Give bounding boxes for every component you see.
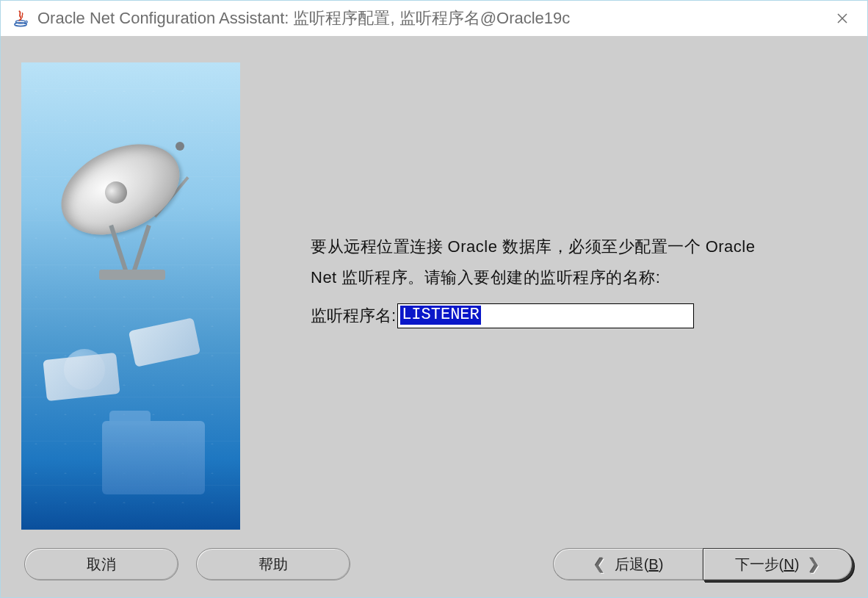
help-button-label: 帮助 [258,555,288,574]
chevron-right-icon: ❯ [808,555,820,573]
cancel-button-label: 取消 [87,555,116,574]
content-area: 要从远程位置连接 Oracle 数据库，必须至少配置一个 Oracle Net … [1,36,867,597]
window-title: Oracle Net Configuration Assistant: 监听程序… [37,7,817,29]
listener-name-row: 监听程序名: LISTENER [311,303,767,328]
button-bar: 取消 帮助 ❮ 后退(B) 下一步(N) ❯ [21,540,856,588]
listener-name-input[interactable] [397,303,694,328]
form-area: 要从远程位置连接 Oracle 数据库，必须至少配置一个 Oracle Net … [311,62,856,531]
close-icon[interactable] [825,4,860,33]
main-row: 要从远程位置连接 Oracle 数据库，必须至少配置一个 Oracle Net … [21,62,856,531]
wizard-side-image [21,62,240,530]
back-button-label: 后退(B) [615,555,664,574]
dialog-window: Oracle Net Configuration Assistant: 监听程序… [0,0,868,598]
next-button-label: 下一步(N) [735,555,800,574]
listener-name-label: 监听程序名: [311,305,396,327]
next-button[interactable]: 下一步(N) ❯ [703,548,853,580]
help-button[interactable]: 帮助 [196,548,350,580]
cancel-button[interactable]: 取消 [24,548,178,580]
back-button[interactable]: ❮ 后退(B) [553,548,703,580]
java-app-icon [11,9,30,28]
chevron-left-icon: ❮ [593,555,606,573]
description-text: 要从远程位置连接 Oracle 数据库，必须至少配置一个 Oracle Net … [311,231,767,293]
titlebar: Oracle Net Configuration Assistant: 监听程序… [1,1,867,36]
